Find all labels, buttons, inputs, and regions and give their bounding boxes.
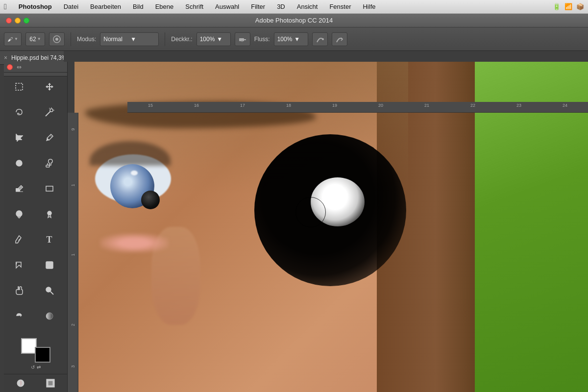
quick-mask-tool[interactable] [11,376,30,390]
ruler-tick-19: 19 [332,103,337,108]
opacity-label: Deckkr.: [171,36,192,43]
brush-size-box[interactable]: 62 ▼ [25,32,45,46]
tablet-pressure-size-button[interactable] [332,32,347,46]
pen-tool[interactable] [6,231,32,248]
mode-value: Normal [103,36,128,43]
brush-icon: 🖌 [7,36,13,42]
custom-shape-tool[interactable] [36,257,63,273]
menu-auswahl[interactable]: Auswahl [213,2,241,11]
lasso-icon [14,107,24,117]
ruler-tick-21: 21 [424,103,429,108]
heal-brush-icon [14,158,24,168]
magic-wand-tool[interactable] [36,104,63,121]
tablet-pressure-opacity-button[interactable] [312,32,328,46]
pen-icon [14,235,24,245]
svg-rect-3 [244,39,246,40]
menu-schrift[interactable]: Schrift [183,2,205,11]
hand-icon [14,286,24,295]
flow-box[interactable]: 100% ▼ [274,32,308,46]
mode-label: Modus: [77,36,96,43]
menu-photoshop[interactable]: Photoshop [17,2,54,11]
lower-eyelid [100,233,169,253]
move-icon [45,82,54,92]
window-controls [6,18,29,24]
menu-bearbeiten[interactable]: Bearbeiten [88,2,123,11]
screen-mode-tool[interactable] [41,376,60,390]
ruler-tick-24: 24 [563,103,567,108]
menu-datei[interactable]: Datei [62,2,80,11]
gradient-tool[interactable] [36,308,63,324]
background-color-swatch[interactable] [35,347,50,363]
menu-filter[interactable]: Filter [249,2,267,11]
dodge-tool[interactable] [36,206,63,222]
mode-arrow: ▼ [130,36,155,43]
ruler-tick-v-2: 2 [71,323,75,326]
zoom-tool[interactable] [36,282,63,299]
extra-tools [4,374,67,392]
move-tool[interactable] [36,78,63,95]
eraser-tool[interactable] [6,180,32,197]
custom-shape-icon [45,260,54,270]
svg-point-22 [16,211,22,217]
clone-stamp-tool[interactable] [36,155,63,172]
ruler-tick-v-3: 3 [71,365,75,368]
svg-point-4 [241,40,243,42]
toolbox-close-button[interactable] [7,64,13,70]
flow-value: 100% [277,36,293,43]
wifi-icon: 📶 [564,3,572,10]
color-swatches: ↺ ⇄ [4,334,67,374]
marquee-rect-tool[interactable] [6,78,32,95]
app-title: Adobe Photoshop CC 2014 [255,17,333,24]
mode-dropdown[interactable]: Normal ▼ [100,32,159,46]
airbrush-icon [238,35,247,44]
brush-shape-button[interactable] [49,32,65,46]
apple-logo-icon[interactable]:  [4,2,7,11]
minimize-button[interactable] [15,18,21,24]
menu-3d[interactable]: 3D [275,2,287,11]
menu-fenster[interactable]: Fenster [327,2,353,11]
toolbox-collapse-button[interactable]: ⇔ [17,64,22,71]
tablet-pressure-size-icon [335,35,344,44]
ruler-tick-20: 20 [378,103,383,108]
swatch-controls: ↺ ⇄ [31,365,41,370]
brush-tool-button[interactable]: 🖌 ▼ [4,32,22,46]
brush-cursor[interactable] [295,197,326,227]
opacity-box[interactable]: 100% ▼ [196,32,231,46]
crop-icon [14,133,24,143]
reset-colors-icon[interactable]: ↺ [31,365,35,370]
crop-tool[interactable] [6,129,32,146]
clone-stamp-icon [45,158,54,168]
path-select-tool[interactable] [6,257,32,273]
close-button[interactable] [6,18,12,24]
airbrush-button[interactable] [235,32,250,46]
menu-hilfe[interactable]: Hilfe [361,2,377,11]
menu-ansicht[interactable]: Ansicht [295,2,320,11]
svg-point-5 [322,38,324,40]
tab-close-button[interactable]: × [4,54,7,61]
magic-wand-icon [45,107,54,117]
brush-dropdown-arrow: ▼ [14,37,18,41]
blur-tool[interactable] [6,206,32,222]
ruler-tick-16: 16 [194,103,199,108]
ruler-tick-18: 18 [286,103,291,108]
quick-mask-icon [16,378,25,388]
menu-ebene[interactable]: Ebene [153,2,176,11]
swap-colors-icon[interactable]: ⇄ [37,365,41,370]
zoom-icon [45,286,54,295]
brush-size-arrow: ▼ [37,37,41,41]
svg-rect-21 [46,186,53,191]
menu-bild[interactable]: Bild [131,2,146,11]
heal-brush-tool[interactable] [6,155,32,172]
lasso-tool[interactable] [6,104,32,121]
menu-bar-right: 🔋 📶 📦 [553,3,584,10]
menu-bar:  Photoshop Datei Bearbeiten Bild Ebene … [0,0,588,14]
history-brush-tool[interactable] [6,308,32,324]
tool-grid: T [4,76,67,334]
brush-shape-icon [52,35,61,44]
tablet-pressure-opacity-icon [316,35,324,44]
maximize-button[interactable] [24,18,29,24]
shape-rect-tool[interactable] [36,180,63,197]
eyedropper-tool[interactable] [36,129,63,146]
text-tool[interactable]: T [36,231,63,248]
hand-tool[interactable] [6,282,32,299]
